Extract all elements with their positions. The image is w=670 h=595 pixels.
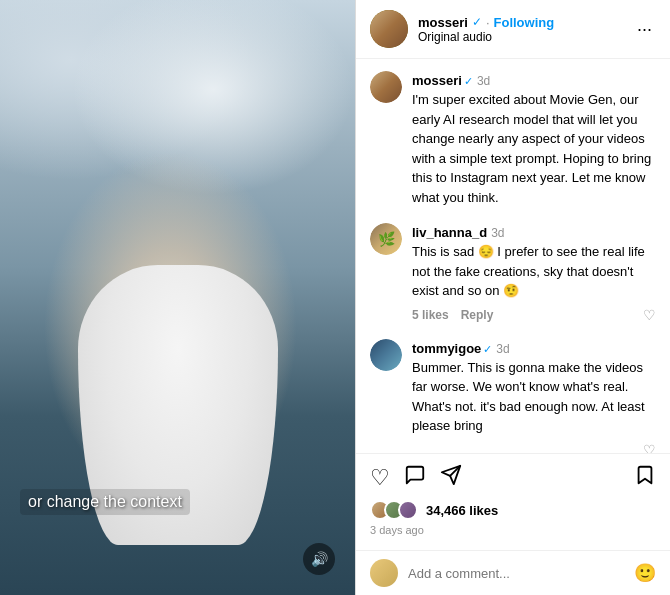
- save-button[interactable]: [634, 464, 656, 492]
- liker-avatar-3: [398, 500, 418, 520]
- header-verified-badge: ✓: [472, 15, 482, 29]
- comment-2-username[interactable]: tommyigoe: [412, 341, 481, 356]
- comment-2-text: Bummer. This is gonna make the videos fa…: [412, 358, 656, 436]
- comment-2-time: 3d: [496, 342, 509, 356]
- comment-2-verified: ✓: [483, 343, 492, 355]
- comment-1-avatar: 🌿: [370, 223, 402, 255]
- caption-avatar-img: [370, 71, 402, 103]
- comment-1-content: liv_hanna_d3d This is sad 😔 I prefer to …: [412, 223, 656, 323]
- likes-count: 34,466 likes: [426, 503, 498, 518]
- caption-verified: ✓: [464, 75, 473, 87]
- action-bar: ♡ 3: [356, 453, 670, 550]
- likes-row: 34,466 likes: [370, 500, 656, 520]
- emoji-button[interactable]: 🙂: [634, 562, 656, 584]
- following-button[interactable]: Following: [494, 15, 555, 30]
- comment-input[interactable]: [408, 566, 624, 581]
- comment-1-time: 3d: [491, 226, 504, 240]
- original-audio: Original audio: [418, 30, 623, 44]
- username-row: mosseri ✓ · Following: [418, 15, 623, 30]
- post-header: mosseri ✓ · Following Original audio ···: [356, 0, 670, 59]
- commenter-avatar: [370, 559, 398, 587]
- comment-1-avatar-img: 🌿: [370, 223, 402, 255]
- like-button[interactable]: ♡: [370, 465, 390, 491]
- comment-2-avatar: [370, 339, 402, 371]
- volume-icon[interactable]: 🔊: [303, 543, 335, 575]
- comment-1-reply-button[interactable]: Reply: [461, 308, 494, 322]
- caption-avatar: [370, 71, 402, 103]
- comment-1-actions: 5 likes Reply ♡: [412, 307, 656, 323]
- post-header-info: mosseri ✓ · Following Original audio: [418, 15, 623, 44]
- comment-1: 🌿 liv_hanna_d3d This is sad 😔 I prefer t…: [370, 223, 656, 323]
- action-icons-row: ♡: [370, 464, 656, 492]
- caption-content: mosseri✓3d I'm super excited about Movie…: [412, 71, 656, 207]
- comment-2-actions: ♡: [412, 442, 656, 454]
- caption-time: 3d: [477, 74, 490, 88]
- comment-2-heart-button[interactable]: ♡: [643, 442, 656, 454]
- liker-avatars: [370, 500, 418, 520]
- comment-2-avatar-img: [370, 339, 402, 371]
- dot-separator: ·: [486, 15, 490, 30]
- comment-1-username[interactable]: liv_hanna_d: [412, 225, 487, 240]
- video-overlay-text: or change the context: [20, 489, 190, 515]
- caption-text: I'm super excited about Movie Gen, our e…: [412, 90, 656, 207]
- comments-panel: mosseri ✓ · Following Original audio ···…: [355, 0, 670, 595]
- comment-1-likes: 5 likes: [412, 308, 449, 322]
- header-avatar-img: [370, 10, 408, 48]
- comment-2-content: tommyigoe✓3d Bummer. This is gonna make …: [412, 339, 656, 454]
- header-username[interactable]: mosseri: [418, 15, 468, 30]
- post-caption: mosseri✓3d I'm super excited about Movie…: [370, 71, 656, 207]
- more-options-button[interactable]: ···: [633, 15, 656, 44]
- caption-username[interactable]: mosseri: [412, 73, 462, 88]
- video-panel: or change the context 🔊: [0, 0, 355, 595]
- comment-2: tommyigoe✓3d Bummer. This is gonna make …: [370, 339, 656, 454]
- avatar: [370, 10, 408, 48]
- comment-1-text: This is sad 😔 I prefer to see the real l…: [412, 242, 656, 301]
- comment-button[interactable]: [404, 464, 426, 492]
- comment-1-heart-button[interactable]: ♡: [643, 307, 656, 323]
- share-button[interactable]: [440, 464, 462, 492]
- posted-time: 3 days ago: [370, 524, 656, 536]
- add-comment-row: 🙂: [356, 550, 670, 595]
- comments-scroll-area: mosseri✓3d I'm super excited about Movie…: [356, 59, 670, 453]
